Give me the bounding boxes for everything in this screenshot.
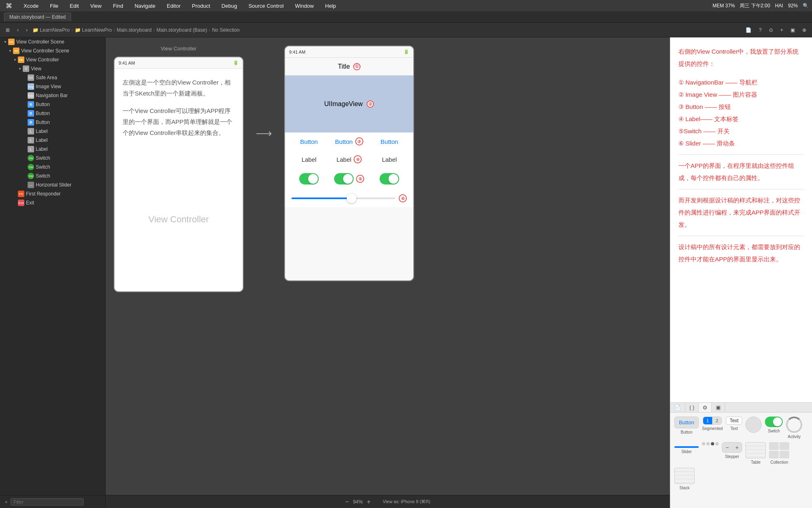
inspector-tab-attributes[interactable]: ⊙ [699, 403, 712, 412]
first-responder-icon: FR [18, 191, 24, 197]
widget-segmented[interactable]: 1 2 Segmented [702, 417, 723, 439]
filter-input[interactable] [11, 498, 84, 506]
menu-editor[interactable]: Editor [164, 2, 183, 10]
iphone-button-1[interactable]: Button [300, 138, 317, 145]
sidebar-item-exit[interactable]: Exit Exit [0, 198, 105, 207]
image-view-icon: Img [28, 83, 34, 90]
sidebar-item-label-2[interactable]: L Label [0, 136, 105, 145]
menu-find[interactable]: Find [110, 2, 125, 10]
menu-debug[interactable]: Debug [219, 2, 240, 10]
sidebar-item-scene-2[interactable]: ▼ VC View Controller Scene [0, 46, 105, 55]
sidebar-item-label-1[interactable]: L Label [0, 127, 105, 136]
sidebar-label-label-3: Label [36, 146, 48, 152]
left-iphone-body: 左側这是一个空白的View Controller，相当于SKetch里的一个新建… [114, 69, 243, 291]
widget-text[interactable]: Text Text [726, 417, 742, 439]
sidebar-item-switch-3[interactable]: SW Switch [0, 172, 105, 180]
file-inspector-btn[interactable]: 📄 [743, 26, 754, 34]
zoom-in-btn[interactable]: + [367, 498, 370, 506]
sidebar-item-vc[interactable]: ▼ VC View Controller [0, 55, 105, 64]
menu-xcode[interactable]: Xcode [21, 2, 41, 10]
inspector-widgets: Button Button 1 2 Segmented Text [670, 412, 812, 494]
widget-slider[interactable]: Slider [674, 442, 699, 465]
widget-pagecontrol[interactable] [702, 442, 719, 465]
forward-button[interactable]: › [24, 26, 30, 34]
widget-switch[interactable]: Switch [765, 417, 783, 439]
sidebar-item-button-3[interactable]: B Button [0, 118, 105, 127]
sidebar-item-view[interactable]: ▼ V View [0, 64, 105, 73]
switch-3-icon: SW [28, 173, 34, 179]
panels-toggle[interactable]: ⊞ [3, 26, 12, 34]
inspector-tab-file[interactable]: 📄 [670, 403, 685, 412]
sidebar-item-slider[interactable]: — Horizontal Slider [0, 180, 105, 189]
back-button[interactable]: ‹ [15, 26, 21, 34]
zoom-out-btn[interactable]: − [345, 498, 349, 506]
menu-view[interactable]: View [88, 2, 104, 10]
widget-stacktable[interactable]: Stack [674, 468, 695, 490]
inspector-tab-connections[interactable]: ▣ [712, 403, 725, 412]
left-battery-icon: 🔋 [233, 60, 239, 65]
library-btn[interactable]: + [778, 26, 786, 34]
breadcrumb-item-2[interactable]: 📁 LearnNewPro [75, 27, 112, 33]
assistant-btn[interactable]: ⊙ [767, 26, 775, 34]
view-icon: V [23, 65, 29, 72]
inspector-tab-help[interactable]: { } [685, 403, 699, 412]
help-btn[interactable]: ? [756, 26, 764, 34]
menu-navigate[interactable]: Navigate [132, 2, 158, 10]
breadcrumb-item-3[interactable]: Main.storyboard [117, 27, 151, 33]
iphone-switch-3[interactable] [380, 173, 399, 185]
inspector-tabs: 📄 { } ⊙ ▣ [670, 403, 812, 412]
menu-product[interactable]: Product [190, 2, 213, 10]
widget-activity[interactable]: Activity [786, 417, 802, 439]
add-btn[interactable]: ⊕ [800, 26, 809, 34]
canvas-scroll[interactable]: View Controller 9:41 AM 🔋 左側这是一个空白的View … [106, 37, 670, 495]
tabbar: Main.storyboard — Edited [0, 11, 812, 23]
stepper-plus[interactable]: + [732, 443, 742, 452]
left-status-time: 9:41 AM [119, 61, 135, 65]
apple-menu[interactable]: ⌘ [3, 1, 15, 11]
switch-thumb-1 [308, 174, 318, 184]
widget-segmented-preview: 1 2 [703, 417, 722, 425]
breadcrumb-item-5[interactable]: No Selection [212, 27, 240, 33]
menu-help[interactable]: Help [323, 2, 339, 10]
right-panel-item-2: ② Image View —— 图片容器 [678, 89, 804, 101]
menu-window[interactable]: Window [293, 2, 316, 10]
sidebar-item-scene-1[interactable]: ▼ VC View Controller Scene [0, 37, 105, 46]
sidebar-item-first-responder[interactable]: FR First Responder [0, 189, 105, 198]
breadcrumb-item-4[interactable]: Main.storyboard (Base) [156, 27, 207, 33]
slider-track[interactable] [292, 198, 395, 199]
sidebar-item-switch-1[interactable]: SW Switch [0, 154, 105, 163]
slider-thumb[interactable] [347, 193, 356, 203]
main-layout: ▼ VC View Controller Scene ▼ VC View Con… [0, 37, 812, 508]
iphone-switch-1[interactable] [299, 173, 319, 185]
menu-source-control[interactable]: Source Control [246, 2, 286, 10]
breadcrumb-item-1[interactable]: 📁 LearnNewPro [32, 27, 70, 33]
sidebar-item-button-1[interactable]: B Button [0, 100, 105, 109]
sidebar-item-nav-bar[interactable]: Nav Navigation Bar [0, 91, 105, 100]
search-icon[interactable]: 🔍 [803, 3, 809, 9]
iphone-button-2[interactable]: Button ③ [335, 137, 363, 145]
left-iphone-statusbar: 9:41 AM 🔋 [114, 57, 243, 69]
inspector-panel: 📄 { } ⊙ ▣ Button Button 1 2 [670, 402, 812, 508]
button-2-icon: B [28, 110, 34, 117]
sidebar-item-label-3[interactable]: L Label [0, 145, 105, 154]
menu-edit[interactable]: Edit [67, 2, 81, 10]
right-panel-btn[interactable]: ▣ [788, 26, 797, 34]
widget-button[interactable]: Button Button [674, 417, 699, 439]
sidebar-item-safe-area[interactable]: SA Safe Area [0, 73, 105, 82]
menu-file[interactable]: File [48, 2, 61, 10]
right-panel-item-5: ⑤Switch —— 开关 [678, 125, 804, 137]
sidebar-item-switch-2[interactable]: SW Switch [0, 163, 105, 172]
widget-tableview[interactable]: Table [745, 442, 766, 465]
sidebar-item-image-view[interactable]: Img Image View [0, 82, 105, 91]
active-tab[interactable]: Main.storyboard — Edited [4, 13, 71, 21]
sidebar-add-btn[interactable]: + [3, 499, 9, 505]
sidebar-item-button-2[interactable]: B Button [0, 109, 105, 118]
widget-collectionview[interactable]: Collection [769, 442, 789, 465]
widget-switch-label: Switch [768, 429, 780, 433]
stepper-minus[interactable]: − [722, 443, 732, 452]
iphone-switch-2[interactable] [334, 173, 354, 185]
iphone-button-3[interactable]: Button [380, 138, 398, 145]
widget-stepper[interactable]: − + Stepper [722, 442, 742, 465]
widget-circle[interactable] [745, 417, 762, 439]
expand-icon: ▼ [3, 40, 7, 44]
